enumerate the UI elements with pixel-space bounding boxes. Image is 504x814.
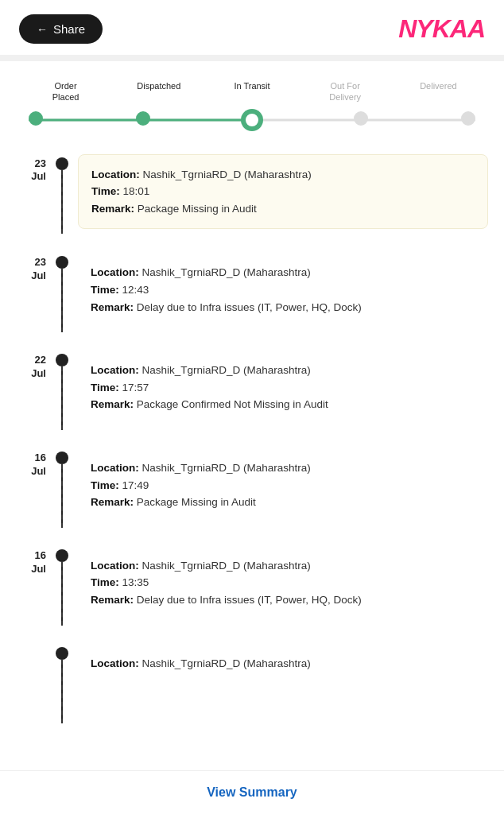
step-out-for-delivery: Out ForDelivery: [299, 80, 392, 103]
timeline-line: [61, 660, 63, 723]
card-location: Location: Nashik_TgrniaRD_D (Maharashtra…: [91, 655, 475, 673]
step-in-transit: In Transit: [205, 80, 298, 103]
card-location: Location: Nashik_TgrniaRD_D (Maharashtra…: [91, 264, 475, 281]
timeline-line: [61, 170, 63, 234]
timeline-dot: [56, 354, 68, 366]
timeline-line: [61, 562, 63, 626]
card-time: Time: 17:49: [91, 477, 475, 494]
timeline-card: Location: Nashik_TgrniaRD_D (Maharashtra…: [78, 448, 488, 522]
nykaa-logo: NYKAA: [398, 14, 485, 44]
timeline-line: [61, 464, 63, 528]
timeline-date: [0, 642, 49, 647]
timeline-dot: [56, 452, 68, 464]
timeline-card: Location: Nashik_TgrniaRD_D (Maharashtra…: [78, 351, 488, 424]
date-text: 23Jul: [0, 157, 46, 184]
timeline-date: 22Jul: [0, 349, 49, 381]
timeline-item: 23Jul Location: Nashik_TgrniaRD_D (Mahar…: [0, 243, 504, 341]
timeline-line: [61, 366, 63, 430]
date-text: 16Jul: [0, 452, 46, 479]
dot-order-placed: [29, 111, 43, 126]
card-remark: Remark: Package Missing in Audit: [91, 494, 475, 511]
header-divider: [0, 55, 504, 61]
timeline-connector: [49, 251, 75, 332]
timeline-item: 22Jul Location: Nashik_TgrniaRD_D (Mahar…: [0, 341, 504, 439]
timeline-connector: [49, 545, 75, 626]
dot-out-for-delivery: [354, 111, 368, 126]
dot-delivered: [461, 111, 475, 126]
phone-container: ← Share NYKAA OrderPlaced Dispatched In …: [0, 0, 504, 814]
timeline-connector: [49, 642, 75, 723]
timeline-dot: [56, 256, 68, 269]
card-remark: Remark: Package Missing in Audit: [91, 200, 475, 218]
timeline-dot: [56, 157, 68, 170]
timeline-card: Location: Nashik_TgrniaRD_D (Maharashtra…: [78, 253, 488, 327]
timeline-date: 16Jul: [0, 545, 49, 576]
timeline-card: Location: Nashik_TgrniaRD_D (Maharashtra…: [78, 644, 488, 684]
card-time: Time: 12:43: [91, 281, 475, 299]
date-text: 16Jul: [0, 549, 46, 576]
timeline-connector: [49, 447, 75, 528]
timeline-line: [61, 269, 63, 332]
timeline-item: 16Jul Location: Nashik_TgrniaRD_D (Mahar…: [0, 439, 504, 537]
footer: View Summary: [0, 770, 504, 814]
timeline-item: Location: Nashik_TgrniaRD_D (Maharashtra…: [0, 634, 504, 731]
header: ← Share NYKAA: [0, 0, 504, 55]
timeline-card: Location: Nashik_TgrniaRD_D (Maharashtra…: [78, 546, 488, 620]
progress-dots: [29, 111, 475, 129]
card-time: Time: 17:57: [91, 379, 475, 397]
view-summary-button[interactable]: View Summary: [207, 785, 297, 800]
card-time: Time: 13:35: [91, 574, 475, 591]
timeline-date: 23Jul: [0, 153, 49, 184]
step-dispatched: Dispatched: [112, 80, 205, 103]
timeline-card: Location: Nashik_TgrniaRD_D (Maharashtra…: [78, 154, 488, 230]
timeline-item: 23Jul Location: Nashik_TgrniaRD_D (Mahar…: [0, 145, 504, 244]
timeline-item: 16Jul Location: Nashik_TgrniaRD_D (Mahar…: [0, 537, 504, 634]
timeline-dot: [56, 647, 68, 660]
date-text: 23Jul: [0, 256, 46, 283]
timeline-dot: [56, 549, 68, 562]
progress-bar: [29, 111, 475, 129]
progress-labels: OrderPlaced Dispatched In Transit Out Fo…: [19, 80, 485, 103]
dot-in-transit: [243, 111, 261, 129]
share-label: Share: [53, 22, 85, 36]
timeline-connector: [49, 153, 75, 234]
share-button[interactable]: ← Share: [19, 14, 103, 44]
timeline-date: 23Jul: [0, 251, 49, 283]
timeline-connector: [49, 349, 75, 430]
card-location: Location: Nashik_TgrniaRD_D (Maharashtra…: [91, 362, 475, 379]
step-delivered: Delivered: [392, 80, 485, 103]
share-icon: ←: [37, 23, 48, 36]
card-remark: Remark: Delay due to Infra issues (IT, P…: [91, 591, 475, 609]
progress-section: OrderPlaced Dispatched In Transit Out Fo…: [0, 61, 504, 137]
timeline-date: 16Jul: [0, 447, 49, 479]
date-text: 22Jul: [0, 354, 46, 381]
card-location: Location: Nashik_TgrniaRD_D (Maharashtra…: [91, 459, 475, 477]
card-remark: Remark: Delay due to Infra issues (IT, P…: [91, 299, 475, 316]
card-remark: Remark: Package Confirmed Not Missing in…: [91, 396, 475, 413]
card-location: Location: Nashik_TgrniaRD_D (Maharashtra…: [91, 166, 475, 184]
dot-dispatched: [136, 111, 150, 126]
step-order-placed: OrderPlaced: [19, 80, 112, 103]
card-time: Time: 18:01: [91, 183, 475, 200]
timeline-section: 23Jul Location: Nashik_TgrniaRD_D (Mahar…: [0, 137, 504, 795]
card-location: Location: Nashik_TgrniaRD_D (Maharashtra…: [91, 557, 475, 575]
